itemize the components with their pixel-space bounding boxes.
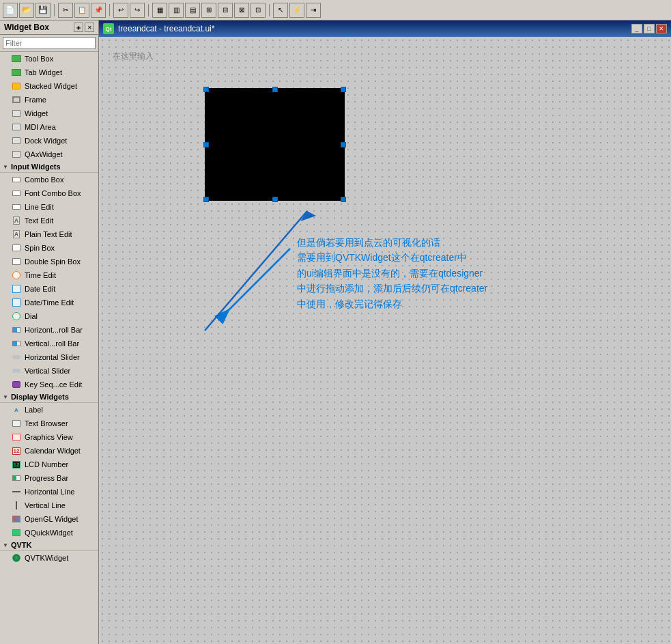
list-item-stackedwidget[interactable]: Stacked Widget <box>0 79 98 93</box>
list-item-qquickwidget[interactable]: QQuickWidget <box>0 526 98 540</box>
close-button[interactable]: ✕ <box>656 24 667 33</box>
window-controls: _ □ ✕ <box>631 24 667 33</box>
textedit-icon: A <box>11 215 22 226</box>
layout-btn-5[interactable]: ⊟ <box>218 3 233 18</box>
handle-topmid[interactable] <box>272 87 278 92</box>
list-item-keyseqedit[interactable]: Key Seq...ce Edit <box>0 378 98 391</box>
layout-btn-4[interactable]: ⊞ <box>201 3 216 18</box>
list-item-graphicsview[interactable]: Graphics View <box>0 430 98 444</box>
list-item-dockwidget[interactable]: Dock Widget <box>0 134 98 148</box>
list-item-qaxwidget[interactable]: QAxWidget <box>0 148 98 161</box>
list-item-calendarwidget[interactable]: 12 Calendar Widget <box>0 444 98 458</box>
widget-icon <box>11 108 22 119</box>
fontcombobox-icon <box>11 188 22 199</box>
list-item-label[interactable]: A Label <box>0 403 98 417</box>
designer-title: Qt treeandcat - treeandcat.ui* <box>103 23 214 34</box>
calendarwidget-icon: 12 <box>11 445 22 456</box>
category-qvtk[interactable]: ▼ QVTK <box>0 540 98 551</box>
copy-button[interactable]: 📋 <box>74 3 89 18</box>
signal-btn[interactable]: ⚡ <box>289 3 304 18</box>
dial-icon <box>11 311 22 322</box>
list-item-dateedit[interactable]: Date Edit <box>0 282 98 296</box>
list-item-textedit[interactable]: A Text Edit <box>0 214 98 227</box>
svg-line-2 <box>205 211 307 331</box>
list-item-vline[interactable]: Vertical Line <box>0 499 98 512</box>
list-item-openglwidget[interactable]: OpenGL Widget <box>0 512 98 526</box>
cut-button[interactable]: ✂ <box>58 3 73 18</box>
layout-btn-7[interactable]: ⊡ <box>251 3 266 18</box>
list-item-toolbox[interactable]: Tool Box <box>0 52 98 66</box>
pointer-btn[interactable]: ↖ <box>273 3 288 18</box>
list-item-hline[interactable]: Horizontal Line <box>0 485 98 499</box>
list-item-dial[interactable]: Dial <box>0 309 98 323</box>
list-item-mdiarea[interactable]: MDI Area <box>0 120 98 134</box>
minimize-button[interactable]: _ <box>631 24 642 33</box>
annotation-text: 但是倘若要用到点云的可视化的话需要用到QVTKWidget这个在qtcreate… <box>297 235 487 311</box>
list-item-doublespinbox[interactable]: Double Spin Box <box>0 255 98 268</box>
layout-btn-1[interactable]: ▦ <box>152 3 167 18</box>
list-item-fontcombobox[interactable]: Font Combo Box <box>0 186 98 200</box>
sidebar-close-button[interactable]: ✕ <box>85 23 94 32</box>
list-item-hscrollbar[interactable]: Horizont...roll Bar <box>0 323 98 337</box>
qquickwidget-icon <box>11 527 22 538</box>
layout-btn-6[interactable]: ⊠ <box>234 3 249 18</box>
hslider-icon <box>11 352 22 363</box>
list-item-vscrollbar[interactable]: Vertical...roll Bar <box>0 337 98 350</box>
vtk-widget-rect[interactable] <box>205 88 345 201</box>
doublespinbox-icon <box>11 256 22 267</box>
list-item-progressbar[interactable]: Progress Bar <box>0 471 98 485</box>
vslider-label: Vertical Slider <box>25 367 70 375</box>
list-item-timeedit[interactable]: Time Edit <box>0 268 98 282</box>
handle-topleft[interactable] <box>203 87 209 92</box>
sep1 <box>54 4 55 16</box>
list-item-frame[interactable]: Frame <box>0 93 98 107</box>
hscrollbar-icon <box>11 324 22 335</box>
paste-button[interactable]: 📌 <box>91 3 106 18</box>
layout-btn-3[interactable]: ▤ <box>185 3 200 18</box>
handle-midright[interactable] <box>341 142 346 148</box>
list-item-qvtkwidget[interactable]: QVTKWidget <box>0 551 98 565</box>
list-item-datetimeedit[interactable]: Date/Time Edit <box>0 296 98 309</box>
list-item-spinbox[interactable]: Spin Box <box>0 241 98 255</box>
lineedit-label: Line Edit <box>25 203 54 211</box>
widget-label: Widget <box>25 109 48 117</box>
list-item-lcdnumber[interactable]: 12 LCD Number <box>0 458 98 471</box>
redo-button[interactable]: ↪ <box>130 3 145 18</box>
designer-canvas[interactable]: 在这里输入 <box>99 37 671 644</box>
tabwidget-icon <box>11 67 22 78</box>
sidebar-controls: ◈ ✕ <box>74 23 94 32</box>
open-button[interactable]: 📂 <box>19 3 34 18</box>
list-item-tabwidget[interactable]: Tab Widget <box>0 66 98 79</box>
timeedit-label: Time Edit <box>25 271 56 279</box>
frame-label: Frame <box>25 96 46 104</box>
main-toolbar: 📄 📂 💾 ✂ 📋 📌 ↩ ↪ ▦ ▥ ▤ ⊞ ⊟ ⊠ ⊡ ↖ ⚡ ⇥ <box>0 0 671 20</box>
list-item-hslider[interactable]: Horizontal Slider <box>0 350 98 364</box>
sidebar-pin-button[interactable]: ◈ <box>74 23 83 32</box>
list-item-lineedit[interactable]: Line Edit <box>0 200 98 214</box>
timeedit-icon <box>11 270 22 281</box>
layout-btn-2[interactable]: ▥ <box>169 3 184 18</box>
canvas-hint: 在这里输入 <box>113 51 154 62</box>
tab-btn[interactable]: ⇥ <box>306 3 321 18</box>
sep2 <box>109 4 110 16</box>
list-item-combobox[interactable]: Combo Box <box>0 173 98 186</box>
handle-botright[interactable] <box>341 197 346 202</box>
vscrollbar-icon <box>11 338 22 349</box>
save-button[interactable]: 💾 <box>35 3 51 18</box>
undo-button[interactable]: ↩ <box>113 3 128 18</box>
dateedit-icon <box>11 283 22 294</box>
handle-topright[interactable] <box>341 87 346 92</box>
handle-midleft[interactable] <box>203 142 209 148</box>
new-button[interactable]: 📄 <box>3 3 18 18</box>
filter-input[interactable] <box>3 37 96 49</box>
list-item-vslider[interactable]: Vertical Slider <box>0 364 98 378</box>
maximize-button[interactable]: □ <box>644 24 655 33</box>
category-display-widgets[interactable]: ▼ Display Widgets <box>0 391 98 403</box>
category-input-widgets[interactable]: ▼ Input Widgets <box>0 161 98 173</box>
list-item-widget[interactable]: Widget <box>0 107 98 120</box>
list-item-plaintextedit[interactable]: A Plain Text Edit <box>0 227 98 241</box>
handle-botleft[interactable] <box>203 197 209 202</box>
sidebar-titlebar: Widget Box ◈ ✕ <box>0 20 98 35</box>
list-item-textbrowser[interactable]: Text Browser <box>0 417 98 430</box>
handle-botmid[interactable] <box>272 197 278 202</box>
